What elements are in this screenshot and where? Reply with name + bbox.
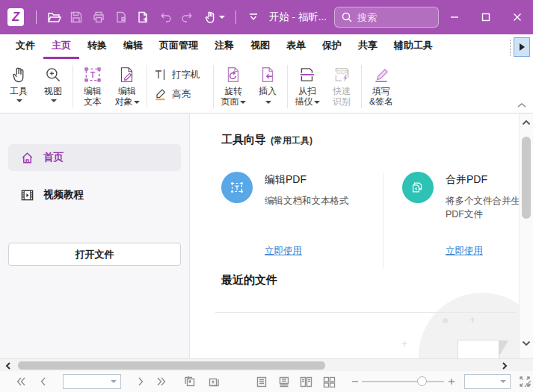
highlight-button[interactable]: 高亮 <box>150 87 211 101</box>
search-input[interactable] <box>357 12 432 23</box>
save-icon-button[interactable] <box>65 5 87 29</box>
fill-sign-button[interactable]: 填写 &签名 <box>364 62 398 107</box>
use-now-link[interactable]: 立即使用 <box>265 245 302 258</box>
card-description: 编辑文档和文本格式 <box>265 194 383 208</box>
scroll-right-button[interactable] <box>498 359 511 372</box>
tab-view[interactable]: 视图 <box>242 34 278 59</box>
continuous-view-button[interactable] <box>275 373 293 391</box>
scroll-down-button[interactable] <box>520 340 533 346</box>
next-view-button[interactable] <box>205 373 223 391</box>
ribbon-separator <box>361 65 362 108</box>
chevron-down-icon <box>500 380 506 383</box>
tab-file[interactable]: 文件 <box>7 34 43 59</box>
from-scanner-button[interactable]: 从扫 描仪 <box>290 62 324 107</box>
page-number-input[interactable] <box>64 377 111 386</box>
ribbon-separator <box>73 65 73 108</box>
content-area: 首页 视频教程 打开文件 + + 工具向导 (常用工具) <box>0 113 533 358</box>
sidebar-item-home[interactable]: 首页 <box>8 144 181 171</box>
chevron-down-icon <box>111 380 117 383</box>
previous-page-button[interactable] <box>36 373 51 391</box>
edit-object-button[interactable]: 编辑 对象 <box>110 62 144 107</box>
typewriter-icon <box>154 68 167 81</box>
edit-text-button[interactable]: 编辑 文本 <box>76 62 110 107</box>
first-page-button[interactable] <box>12 373 30 391</box>
rotate-pages-icon <box>224 63 243 86</box>
open-file-icon-button[interactable] <box>43 5 65 29</box>
search-box[interactable] <box>334 7 439 28</box>
zoom-level-combobox[interactable] <box>464 374 511 389</box>
vertical-scroll-thumb[interactable] <box>522 137 531 219</box>
facing-continuous-view-button[interactable] <box>320 373 339 391</box>
titlebar-separator <box>36 10 37 24</box>
recent-files-title: 最近的文件 <box>221 273 277 287</box>
last-page-button[interactable] <box>152 373 170 391</box>
tab-protect[interactable]: 保护 <box>314 34 350 59</box>
zoom-in-button[interactable] <box>446 373 457 391</box>
scroll-up-button[interactable] <box>520 119 533 125</box>
close-button[interactable] <box>502 0 533 34</box>
collapse-toolbar-icon-button[interactable] <box>242 5 265 29</box>
insert-pages-button[interactable]: 插入 <box>250 62 285 107</box>
decorative-dot <box>443 318 448 323</box>
tab-comment[interactable]: 注释 <box>206 34 242 59</box>
tab-page-management[interactable]: 页面管理 <box>151 34 206 59</box>
tool-cards: 编辑PDF 编辑文档和文本格式 立即使用 合并PDF 将多个文件合并生成PDF文… <box>221 172 533 269</box>
tools-button[interactable]: 工具 <box>1 62 36 102</box>
merge-pdf-icon <box>402 172 434 203</box>
hand-icon <box>9 63 28 86</box>
tab-convert[interactable]: 转换 <box>79 34 115 59</box>
zoom-slider-track[interactable] <box>362 381 444 382</box>
typewriter-button[interactable]: 打字机 <box>150 68 211 81</box>
zoom-slider-handle[interactable] <box>417 376 427 386</box>
redo-icon-button[interactable] <box>176 5 199 29</box>
card-merge-pdf[interactable]: 合并PDF 将多个文件合并生成PDF文件 立即使用 <box>402 172 533 269</box>
tab-edit[interactable]: 编辑 <box>115 34 151 59</box>
quick-ocr-button[interactable]: OCR 快速 识别 <box>324 62 359 107</box>
use-now-link[interactable]: 立即使用 <box>446 245 483 258</box>
decorative-document <box>457 340 499 358</box>
recent-files-divider <box>215 312 517 313</box>
open-file-button[interactable]: 打开文件 <box>8 243 181 266</box>
search-icon <box>341 11 353 23</box>
new-document-icon-button[interactable] <box>132 5 155 29</box>
card-edit-pdf[interactable]: 编辑PDF 编辑文档和文本格式 立即使用 <box>221 172 383 269</box>
edit-pdf-icon <box>221 172 253 203</box>
resize-grip[interactable] <box>523 377 532 391</box>
decorative-plus: + <box>401 337 407 349</box>
zoom-out-button[interactable] <box>349 373 360 391</box>
next-page-button[interactable] <box>133 373 148 391</box>
horizontal-scroll-thumb[interactable] <box>18 361 325 370</box>
hand-tool-icon-button[interactable] <box>199 5 229 29</box>
tab-share[interactable]: 共享 <box>350 34 386 59</box>
main-panel: + + 工具向导 (常用工具) 编辑PDF 编辑文档和文本格式 立即使用 <box>190 113 533 358</box>
sidebar-item-video-tutorials[interactable]: 视频教程 <box>8 181 181 208</box>
view-zoom-button[interactable]: 视图 <box>36 62 70 102</box>
maximize-button[interactable] <box>470 0 502 34</box>
video-tutorial-icon <box>20 188 34 202</box>
close-document-icon-button[interactable] <box>110 5 132 29</box>
insert-pages-icon <box>258 63 277 86</box>
collapse-ribbon-button[interactable] <box>517 99 527 111</box>
zoom-level-input[interactable] <box>465 377 500 386</box>
undo-icon-button[interactable] <box>154 5 176 29</box>
edit-text-icon <box>83 63 102 86</box>
print-icon-button[interactable] <box>87 5 110 29</box>
minimize-button[interactable] <box>439 0 470 34</box>
tab-form[interactable]: 表单 <box>278 34 314 59</box>
vertical-scrollbar[interactable] <box>519 113 533 358</box>
single-page-view-button[interactable] <box>253 373 271 391</box>
horizontal-scrollbar[interactable] <box>0 358 533 371</box>
previous-view-button[interactable] <box>181 373 199 391</box>
fill-sign-icon <box>372 63 391 86</box>
tab-overflow-button[interactable] <box>514 37 530 57</box>
tab-home[interactable]: 主页 <box>43 34 79 59</box>
zoom-slider[interactable] <box>362 373 444 391</box>
tab-accessibility[interactable]: 辅助工具 <box>386 34 441 59</box>
page-number-combobox[interactable] <box>63 374 121 389</box>
rotate-pages-button[interactable]: 旋转 页面 <box>216 62 250 107</box>
ocr-icon: OCR <box>332 63 351 86</box>
ribbon-separator <box>287 65 288 108</box>
scroll-left-button[interactable] <box>1 359 15 372</box>
facing-view-button[interactable] <box>298 373 315 391</box>
window-controls <box>439 0 533 34</box>
